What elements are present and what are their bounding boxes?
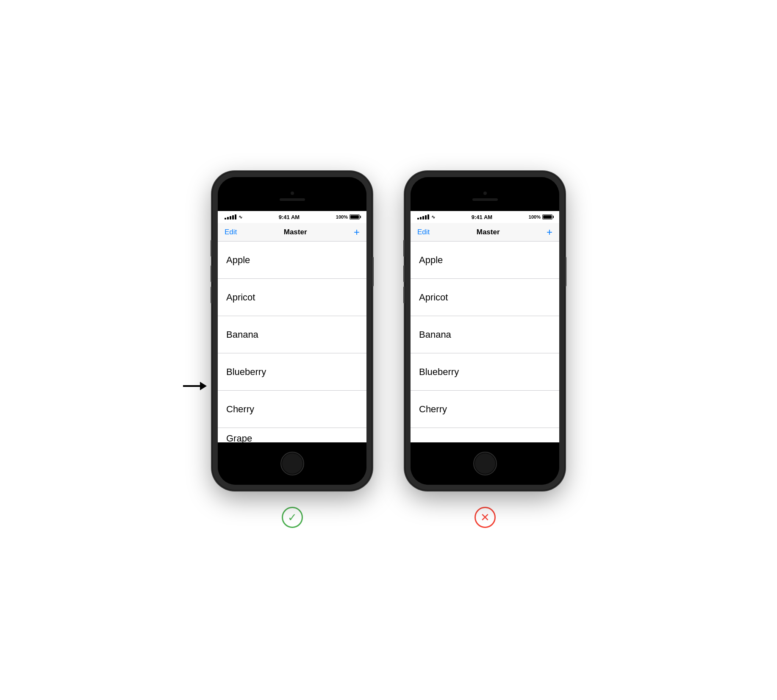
dot4 xyxy=(232,215,234,219)
fruit-label-apricot-right: Apricot xyxy=(419,292,448,303)
status-time-right: 9:41 AM xyxy=(472,214,492,220)
phone-screen-left: ∿ 9:41 AM 100% Edit Master xyxy=(218,211,366,442)
status-battery-right: 100% xyxy=(529,214,552,219)
fruit-label-cherry-right: Cherry xyxy=(419,404,447,415)
signal-left: ∿ xyxy=(225,214,242,220)
fruit-label-grape-left: Grape xyxy=(226,433,252,442)
phone-inner-right: ∿ 9:41 AM 100% Edit Master xyxy=(411,177,559,485)
fruit-list-left: Apple Apricot Banana Blueberry Cherry xyxy=(218,242,366,442)
fruit-label-apricot-left: Apricot xyxy=(226,292,255,303)
signal-dots-right xyxy=(417,214,429,219)
status-time-left: 9:41 AM xyxy=(279,214,300,220)
home-button-right[interactable] xyxy=(473,452,497,475)
signal-dots-left xyxy=(225,214,236,219)
battery-percent-left: 100% xyxy=(336,214,348,219)
battery-fill-right xyxy=(543,215,552,219)
nav-bar-right: Edit Master + xyxy=(411,223,559,242)
phone-top-bar-right xyxy=(411,177,559,211)
phone-inner-left: ∿ 9:41 AM 100% Edit Master xyxy=(218,177,366,485)
phone-bottom-right xyxy=(411,442,559,485)
fruit-label-blueberry-left: Blueberry xyxy=(226,367,266,378)
home-button-left[interactable] xyxy=(280,452,304,475)
rdot5 xyxy=(427,214,429,219)
battery-icon-left xyxy=(350,214,360,219)
speaker-right xyxy=(472,198,498,201)
rdot1 xyxy=(417,218,419,219)
rdot3 xyxy=(422,216,424,219)
nav-bar-left: Edit Master + xyxy=(218,223,366,242)
battery-fill-left xyxy=(350,215,359,219)
dot3 xyxy=(230,216,231,219)
dot2 xyxy=(227,217,229,219)
status-bar-right: ∿ 9:41 AM 100% xyxy=(411,211,559,223)
speaker-left xyxy=(280,198,305,201)
list-item-apple-left[interactable]: Apple xyxy=(218,242,366,279)
dot1 xyxy=(225,218,226,219)
fruit-label-cherry-left: Cherry xyxy=(226,404,254,415)
fruit-label-banana-right: Banana xyxy=(419,329,451,340)
list-item-apricot-right[interactable]: Apricot xyxy=(411,279,559,316)
wifi-icon-right: ∿ xyxy=(431,214,435,220)
nav-edit-left[interactable]: Edit xyxy=(225,228,237,236)
rdot4 xyxy=(425,215,427,219)
fruit-label-blueberry-right: Blueberry xyxy=(419,367,459,378)
list-item-blueberry-right[interactable]: Blueberry xyxy=(411,353,559,391)
list-item-apple-right[interactable]: Apple xyxy=(411,242,559,279)
fruit-label-apple-right: Apple xyxy=(419,255,443,266)
list-item-cherry-right[interactable]: Cherry xyxy=(411,391,559,428)
checkmark-icon: ✓ xyxy=(288,511,297,524)
phone-section-left: ∿ 9:41 AM 100% Edit Master xyxy=(213,172,372,528)
nav-add-left[interactable]: + xyxy=(354,227,360,237)
phone-top-bar-left xyxy=(218,177,366,211)
rdot2 xyxy=(420,217,422,219)
phone-frame-right: ∿ 9:41 AM 100% Edit Master xyxy=(405,172,564,490)
indicator-check: ✓ xyxy=(282,507,303,528)
phone-section-right: ∿ 9:41 AM 100% Edit Master xyxy=(405,172,564,528)
battery-icon-right xyxy=(542,214,552,219)
crossmark-icon: ✕ xyxy=(480,511,490,524)
nav-edit-right[interactable]: Edit xyxy=(417,228,430,236)
page-container: ∿ 9:41 AM 100% Edit Master xyxy=(196,147,581,553)
phone-frame-left: ∿ 9:41 AM 100% Edit Master xyxy=(213,172,372,490)
phone-bottom-left xyxy=(218,442,366,485)
list-item-apricot-left[interactable]: Apricot xyxy=(218,279,366,316)
fruit-list-right: Apple Apricot Banana Blueberry Cherry xyxy=(411,242,559,442)
list-item-cherry-left[interactable]: Cherry xyxy=(218,391,366,428)
camera-right xyxy=(483,192,487,195)
list-item-grape-left[interactable]: Grape xyxy=(218,428,366,442)
indicator-cross: ✕ xyxy=(475,507,496,528)
battery-percent-right: 100% xyxy=(529,214,541,219)
nav-title-left: Master xyxy=(284,228,307,236)
arrow-head xyxy=(200,382,207,390)
wifi-icon-left: ∿ xyxy=(239,214,242,220)
status-battery-left: 100% xyxy=(336,214,360,219)
phone-screen-right: ∿ 9:41 AM 100% Edit Master xyxy=(411,211,559,442)
nav-add-right[interactable]: + xyxy=(547,227,552,237)
list-item-blueberry-left[interactable]: Blueberry xyxy=(218,353,366,391)
nav-title-right: Master xyxy=(477,228,500,236)
list-item-banana-left[interactable]: Banana xyxy=(218,316,366,353)
arrow-indicator xyxy=(183,382,207,390)
fruit-label-banana-left: Banana xyxy=(226,329,258,340)
list-item-banana-right[interactable]: Banana xyxy=(411,316,559,353)
camera-left xyxy=(291,192,294,195)
arrow-shaft xyxy=(183,385,200,387)
signal-right: ∿ xyxy=(417,214,435,220)
status-bar-left: ∿ 9:41 AM 100% xyxy=(218,211,366,223)
fruit-label-apple-left: Apple xyxy=(226,255,250,266)
dot5 xyxy=(235,214,236,219)
